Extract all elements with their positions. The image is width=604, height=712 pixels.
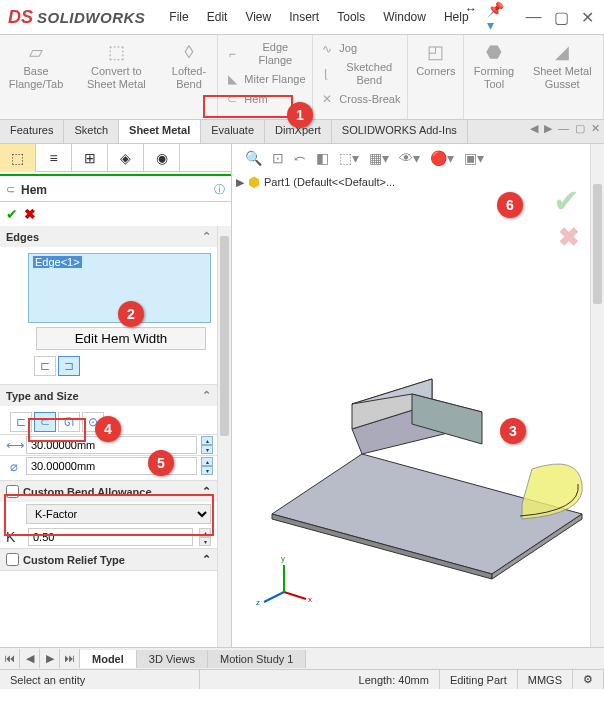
doc-next-icon[interactable]: ▶ <box>544 122 552 135</box>
minimize-button[interactable]: — <box>524 8 544 26</box>
featuremanager-tab[interactable]: ⬚ <box>0 144 36 172</box>
zoom-fit-icon[interactable]: 🔍 <box>242 148 265 168</box>
marker-2: 2 <box>118 301 144 327</box>
tab-features[interactable]: Features <box>0 120 64 143</box>
status-mode: Editing Part <box>440 670 518 689</box>
doc-max-icon[interactable]: ▢ <box>575 122 585 135</box>
hide-show-icon[interactable]: 👁▾ <box>396 148 423 168</box>
menu-insert[interactable]: Insert <box>281 6 327 28</box>
bottom-tab-3dviews[interactable]: 3D Views <box>137 650 208 668</box>
tab-prev-icon[interactable]: ◀ <box>20 649 40 668</box>
miter-icon: ◣ <box>224 71 240 87</box>
appearance-icon[interactable]: 🔴▾ <box>427 148 457 168</box>
tab-sketch[interactable]: Sketch <box>64 120 119 143</box>
display-style-icon[interactable]: ▦▾ <box>366 148 392 168</box>
tab-next-icon[interactable]: ▶ <box>40 649 60 668</box>
edge-item[interactable]: Edge<1> <box>33 256 82 268</box>
diameter-row: ⌀ ▴▾ <box>0 455 217 476</box>
crt-checkbox[interactable] <box>6 553 19 566</box>
type-size-head[interactable]: Type and Size ⌃ <box>0 385 217 406</box>
diameter-spinner[interactable]: ▴▾ <box>201 457 213 475</box>
open-hem-button[interactable]: ⊂ <box>34 412 56 432</box>
titlebar: DS SOLIDWORKS File Edit View Insert Tool… <box>0 0 604 35</box>
svg-text:z: z <box>256 598 260 607</box>
cross-break-button[interactable]: ✕Cross-Break <box>315 89 405 109</box>
bend-outside-button[interactable]: ⊐ <box>58 356 80 376</box>
propertymanager-tab[interactable]: ≡ <box>36 144 72 172</box>
dimxpert-tab[interactable]: ◈ <box>108 144 144 172</box>
convert-button[interactable]: ⬚Convert to Sheet Metal <box>72 39 160 93</box>
lofted-icon: ◊ <box>177 41 201 65</box>
forming-tool-button[interactable]: ⬣Forming Tool <box>466 39 521 93</box>
kfactor-spinner[interactable]: ▴▾ <box>199 528 211 546</box>
part-name[interactable]: Part1 (Default<<Default>... <box>264 176 395 188</box>
property-manager: ⬚ ≡ ⊞ ◈ ◉ ⊂ Hem ⓘ ✔ ✖ Edges ⌃ <box>0 144 232 647</box>
tab-evaluate[interactable]: Evaluate <box>201 120 265 143</box>
pin-icon[interactable]: 📌 ▾ <box>477 1 514 33</box>
jog-button[interactable]: ∿Jog <box>315 39 405 59</box>
cancel-button[interactable]: ✖ <box>24 206 36 222</box>
kfactor-select[interactable]: K-Factor <box>26 504 211 524</box>
feature-tree-flyout[interactable]: ▶ ⬢ Part1 (Default<<Default>... <box>236 174 395 190</box>
ok-button[interactable]: ✔ <box>6 206 18 222</box>
tab-addins[interactable]: SOLIDWORKS Add-Ins <box>332 120 468 143</box>
close-button[interactable]: ✕ <box>579 8 596 27</box>
cba-checkbox[interactable] <box>6 485 19 498</box>
viewport[interactable]: 🔍 ⊡ ⤺ ◧ ⬚▾ ▦▾ 👁▾ 🔴▾ ▣▾ ▶ ⬢ Part1 (Defaul… <box>232 144 604 647</box>
doc-prev-icon[interactable]: ◀ <box>530 122 538 135</box>
length-spinner[interactable]: ▴▾ <box>201 436 213 454</box>
panel-scrollbar[interactable] <box>217 226 231 647</box>
gusset-button[interactable]: ◢Sheet Metal Gusset <box>523 39 601 93</box>
diameter-icon: ⌀ <box>6 459 22 474</box>
menu-file[interactable]: File <box>161 6 196 28</box>
material-inside-button[interactable]: ⊏ <box>34 356 56 376</box>
tab-first-icon[interactable]: ⏮ <box>0 649 20 668</box>
bottom-tab-model[interactable]: Model <box>80 650 137 668</box>
display-tab[interactable]: ◉ <box>144 144 180 172</box>
bottom-tab-strip: ⏮ ◀ ▶ ⏭ Model 3D Views Motion Study 1 <box>0 647 604 669</box>
tab-sheet-metal[interactable]: Sheet Metal <box>119 120 201 143</box>
status-units[interactable]: MMGS <box>518 670 573 689</box>
lofted-bend-button[interactable]: ◊Lofted-Bend <box>163 39 216 93</box>
prev-view-icon[interactable]: ⤺ <box>291 148 309 168</box>
help-icon[interactable]: ⓘ <box>214 182 225 197</box>
status-bar: Select an entity Length: 40mm Editing Pa… <box>0 669 604 689</box>
menu-window[interactable]: Window <box>375 6 434 28</box>
maximize-button[interactable]: ▢ <box>552 8 571 27</box>
teardrop-hem-button[interactable]: ᘏ <box>58 412 80 432</box>
cba-head[interactable]: Custom Bend Allowance ⌃ <box>0 481 217 502</box>
kfactor-input[interactable] <box>28 528 193 546</box>
corners-button[interactable]: ◰Corners <box>410 39 461 80</box>
doc-close-icon[interactable]: ✕ <box>591 122 600 135</box>
closed-hem-button[interactable]: ⊏ <box>10 412 32 432</box>
viewport-scrollbar[interactable] <box>590 144 604 647</box>
base-flange-button[interactable]: ▱Base Flange/Tab <box>2 39 70 93</box>
progress-line <box>0 174 231 176</box>
menu-edit[interactable]: Edit <box>199 6 236 28</box>
convert-icon: ⬚ <box>104 41 128 65</box>
doc-min-icon[interactable]: — <box>558 122 569 135</box>
edit-hem-width-button[interactable]: Edit Hem Width <box>36 327 206 350</box>
tab-last-icon[interactable]: ⏭ <box>60 649 80 668</box>
chevron-up-icon: ⌃ <box>202 230 211 243</box>
view-orient-icon[interactable]: ⬚▾ <box>336 148 362 168</box>
bottom-tab-motion[interactable]: Motion Study 1 <box>208 650 306 668</box>
edges-section-head[interactable]: Edges ⌃ <box>0 226 217 247</box>
crt-head[interactable]: Custom Relief Type ⌃ <box>0 549 217 570</box>
sketched-bend-button[interactable]: ⌊Sketched Bend <box>315 59 405 89</box>
expand-icon[interactable]: ▶ <box>236 176 244 189</box>
scene-icon[interactable]: ▣▾ <box>461 148 487 168</box>
confirm-ok-corner[interactable]: ✔ <box>553 182 580 220</box>
main-area: ⬚ ≡ ⊞ ◈ ◉ ⊂ Hem ⓘ ✔ ✖ Edges ⌃ <box>0 144 604 647</box>
menu-tools[interactable]: Tools <box>329 6 373 28</box>
edge-flange-button[interactable]: ⌐Edge Flange <box>220 39 310 69</box>
orientation-triad[interactable]: x y z <box>254 547 314 607</box>
configmanager-tab[interactable]: ⊞ <box>72 144 108 172</box>
menu-view[interactable]: View <box>237 6 279 28</box>
section-view-icon[interactable]: ◧ <box>313 148 332 168</box>
menubar: File Edit View Insert Tools Window Help <box>161 6 476 28</box>
zoom-area-icon[interactable]: ⊡ <box>269 148 287 168</box>
status-menu-icon[interactable]: ⚙ <box>573 670 604 689</box>
confirm-cancel-corner[interactable]: ✖ <box>558 222 580 253</box>
miter-flange-button[interactable]: ◣Miter Flange <box>220 69 310 89</box>
